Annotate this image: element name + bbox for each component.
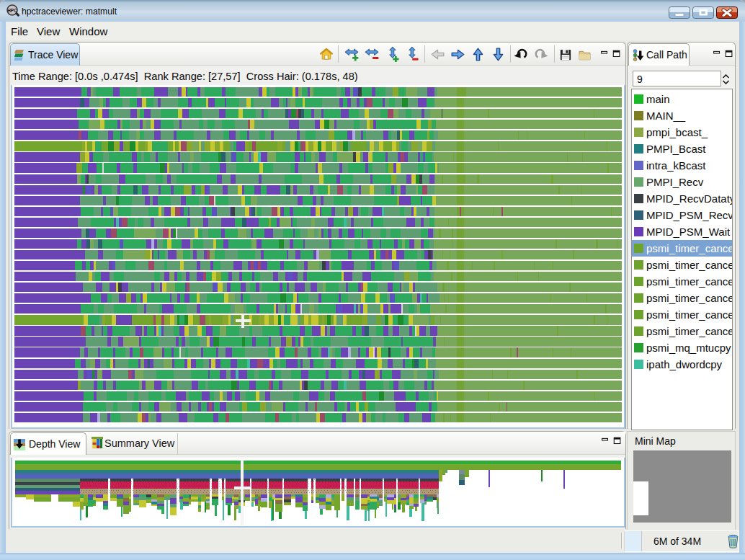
svg-text:HPC: HPC (7, 8, 17, 13)
